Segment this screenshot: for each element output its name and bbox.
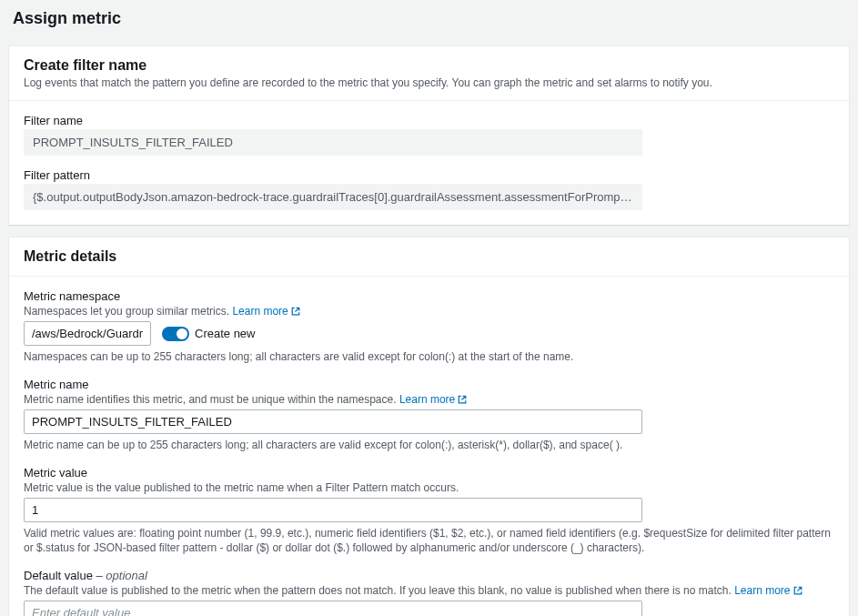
filter-pattern-value: {$.output.outputBodyJson.amazon-bedrock-…	[24, 184, 642, 210]
create-filter-panel: Create filter name Log events that match…	[9, 46, 849, 225]
external-link-icon	[291, 307, 300, 316]
metric-namespace-desc: Namespaces let you group similar metrics…	[24, 305, 834, 318]
default-value-input[interactable]	[24, 601, 642, 616]
metric-namespace-input[interactable]	[24, 321, 151, 346]
metric-name-learn-more-link[interactable]: Learn more	[399, 393, 467, 406]
metric-value-constraint: Valid metric values are: floating point …	[24, 526, 834, 557]
page-title: Assign metric	[13, 9, 845, 28]
metric-name-desc: Metric name identifies this metric, and …	[24, 393, 834, 406]
filter-name-value: PROMPT_INSULTS_FILTER_FAILED	[24, 129, 642, 156]
metric-details-panel: Metric details Metric namespace Namespac…	[9, 237, 849, 616]
metric-panel-title: Metric details	[24, 248, 834, 265]
page-header: Assign metric	[0, 0, 858, 34]
default-value-desc: The default value is published to the me…	[24, 584, 834, 597]
external-link-icon	[458, 395, 467, 404]
filter-name-label: Filter name	[24, 114, 834, 127]
default-value-field: Default value – optional The default val…	[24, 569, 834, 616]
metric-namespace-label: Metric namespace	[24, 289, 834, 303]
metric-name-input[interactable]	[24, 409, 642, 434]
metric-namespace-field: Metric namespace Namespaces let you grou…	[24, 289, 834, 365]
metric-namespace-constraint: Namespaces can be up to 255 characters l…	[24, 349, 834, 365]
panel-header: Create filter name Log events that match…	[9, 46, 849, 101]
panel-header: Metric details	[9, 237, 849, 277]
metric-name-label: Metric name	[24, 378, 834, 391]
filter-panel-title: Create filter name	[24, 57, 834, 74]
default-value-label: Default value – optional	[24, 569, 834, 582]
metric-name-field: Metric name Metric name identifies this …	[24, 378, 834, 453]
metric-name-constraint: Metric name can be up to 255 characters …	[24, 438, 834, 453]
metric-value-desc: Metric value is the value published to t…	[24, 481, 834, 494]
filter-panel-subtitle: Log events that match the pattern you de…	[24, 76, 834, 89]
create-new-toggle[interactable]	[162, 327, 189, 341]
namespace-learn-more-link[interactable]: Learn more	[232, 305, 299, 318]
filter-pattern-field: Filter pattern {$.output.outputBodyJson.…	[24, 168, 834, 210]
external-link-icon	[793, 586, 802, 595]
default-value-learn-more-link[interactable]: Learn more	[734, 584, 802, 597]
metric-value-input[interactable]	[24, 498, 642, 522]
create-new-toggle-label: Create new	[195, 327, 255, 340]
filter-name-field: Filter name PROMPT_INSULTS_FILTER_FAILED	[24, 114, 834, 156]
metric-value-field: Metric value Metric value is the value p…	[24, 466, 834, 557]
metric-value-label: Metric value	[24, 466, 834, 480]
filter-pattern-label: Filter pattern	[24, 168, 834, 182]
